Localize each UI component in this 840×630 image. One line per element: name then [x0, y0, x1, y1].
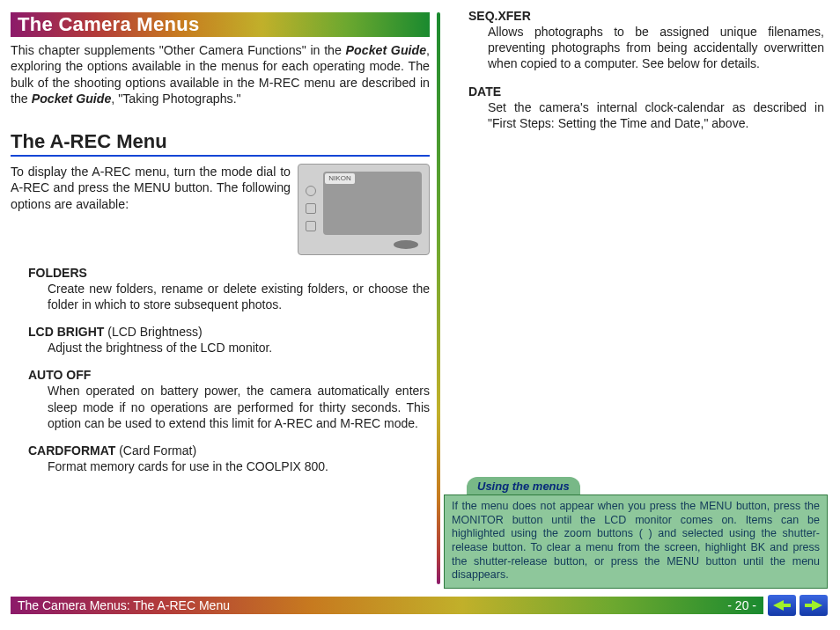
option-subheading: (Card Format) [115, 443, 196, 458]
footer-breadcrumb: The Camera Menus: The A-REC Menu [18, 598, 230, 612]
left-column: This chapter supplements "Other Camera F… [11, 42, 430, 487]
camera-screen-tab-label: NIKON [325, 173, 355, 184]
option-lcd-bright: LCD BRIGHT (LCD Brightness) Adjust the b… [11, 325, 430, 355]
option-body: Set the camera's internal clock-calendar… [468, 99, 824, 131]
callout-box: If the menu does not appear when you pre… [444, 494, 828, 589]
option-cardformat: CARDFORMAT (Card Format) Format memory c… [11, 443, 430, 474]
arrow-stem-icon [784, 604, 791, 607]
option-body: Allows photographs to be assigned unique… [468, 24, 824, 72]
option-heading: CARDFORMAT [28, 443, 115, 458]
footer-bar: The Camera Menus: The A-REC Menu - 20 - [11, 597, 763, 614]
option-auto-off: AUTO OFF When operated on battery power,… [11, 368, 430, 431]
intro-text-3: , "Taking Photographs." [111, 92, 240, 106]
option-seq-xfer: SEQ.XFER Allows photographs to be assign… [451, 9, 824, 72]
option-heading: FOLDERS [28, 266, 87, 280]
page-title: The Camera Menus [11, 12, 430, 37]
camera-screen-button-icon [394, 240, 418, 249]
camera-screen-side-icons [306, 186, 316, 231]
next-page-button[interactable] [799, 595, 828, 616]
option-subheading: (LCD Brightness) [104, 325, 202, 339]
intro-paragraph: This chapter supplements "Other Camera F… [11, 42, 430, 107]
option-heading: DATE [468, 84, 501, 99]
column-divider [437, 12, 440, 584]
arec-intro-text: To display the A-REC menu, turn the mode… [11, 164, 291, 255]
camera-icon-misc [306, 221, 316, 231]
arrow-right-icon [812, 600, 822, 611]
option-body: Format memory cards for use in the COOLP… [28, 458, 430, 474]
intro-em-1: Pocket Guide [346, 43, 426, 57]
intro-text-1: This chapter supplements "Other Camera F… [11, 43, 346, 57]
option-body: When operated on battery power, the came… [28, 383, 430, 431]
arrow-left-icon [773, 600, 784, 611]
camera-screen-illustration: NIKON [298, 164, 430, 255]
arrow-stem-icon [805, 604, 812, 607]
camera-icon-dot [306, 186, 316, 196]
left-option-list: FOLDERS Create new folders, rename or de… [11, 266, 430, 474]
option-heading: AUTO OFF [28, 368, 91, 382]
option-date: DATE Set the camera's internal clock-cal… [451, 84, 824, 131]
option-folders: FOLDERS Create new folders, rename or de… [11, 266, 430, 312]
intro-em-2: Pocket Guide [32, 92, 112, 106]
option-heading: SEQ.XFER [468, 9, 531, 23]
option-heading: LCD BRIGHT [28, 325, 104, 339]
footer-page-number: - 20 - [727, 598, 756, 612]
right-column: SEQ.XFER Allows photographs to be assign… [451, 9, 824, 143]
option-body: Adjust the brightness of the LCD monitor… [28, 340, 430, 355]
prev-page-button[interactable] [768, 595, 796, 616]
arec-menu-heading: The A-REC Menu [11, 130, 430, 157]
camera-icon-folder [306, 203, 316, 214]
option-body: Create new folders, rename or delete exi… [28, 281, 430, 312]
